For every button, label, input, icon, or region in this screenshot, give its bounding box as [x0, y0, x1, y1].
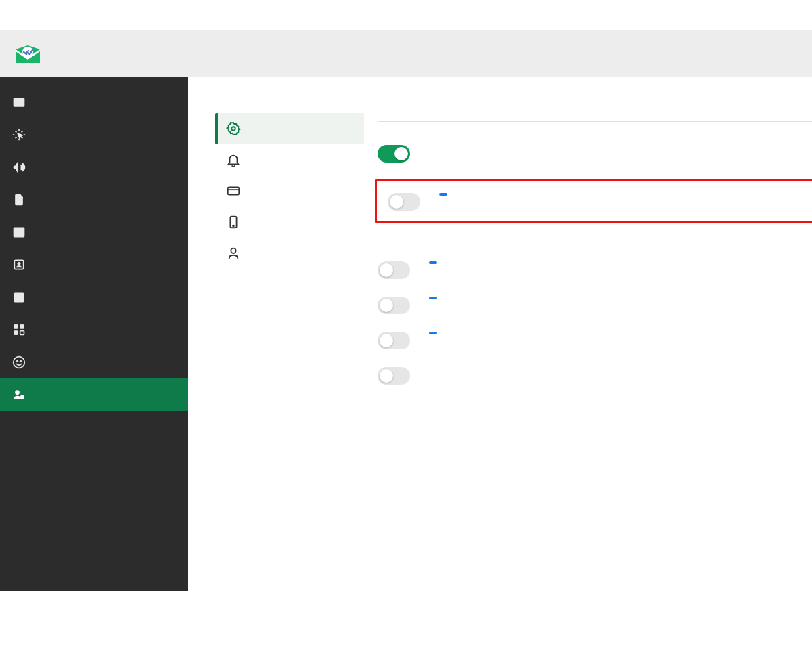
integrations-icon — [12, 323, 26, 337]
sidebar — [0, 77, 188, 591]
svg-rect-6 — [14, 325, 18, 329]
svg-rect-16 — [228, 188, 240, 195]
team-icon — [12, 355, 26, 369]
svg-rect-9 — [20, 331, 24, 335]
toggle-remove-signature[interactable] — [378, 261, 410, 279]
envelope-icon — [12, 95, 26, 109]
sidebar-item-campaigns[interactable] — [0, 151, 188, 183]
svg-point-18 — [233, 225, 234, 227]
svg-point-12 — [20, 360, 22, 362]
sidebar-item-templates[interactable] — [0, 281, 188, 313]
settings-panel — [378, 113, 812, 402]
setting-title — [424, 297, 812, 299]
pro-badge — [429, 261, 437, 264]
pro-badge — [429, 297, 437, 299]
settings-sub-nav — [215, 113, 364, 269]
toggle-full-history[interactable] — [378, 297, 410, 314]
brand-logo[interactable] — [14, 45, 798, 64]
svg-rect-8 — [14, 331, 18, 335]
setting-incoming-indicator — [378, 367, 812, 385]
top-strip — [0, 0, 812, 30]
pro-badge — [439, 193, 447, 196]
header — [0, 30, 812, 77]
megaphone-icon — [12, 160, 26, 174]
sidebar-item-integrations[interactable] — [0, 313, 188, 346]
template-icon — [12, 290, 26, 304]
sidebar-item-email-productivity[interactable] — [0, 216, 188, 248]
sidebar-item-account-settings[interactable] — [0, 378, 188, 411]
sub-nav-account[interactable] — [215, 238, 364, 269]
svg-point-4 — [18, 262, 20, 265]
toggle-track-clicks[interactable] — [388, 193, 420, 211]
setting-remove-signature — [378, 261, 812, 279]
toggle-activity-dashboard[interactable] — [378, 332, 410, 349]
svg-rect-5 — [14, 292, 23, 301]
gear-icon — [226, 121, 241, 136]
person-icon — [226, 246, 241, 261]
sub-nav-notifications[interactable] — [215, 144, 364, 175]
contacts-icon — [12, 258, 26, 272]
toggle-track-emails[interactable] — [378, 145, 410, 162]
main-content — [188, 77, 812, 591]
chart-icon — [12, 225, 26, 239]
setting-title — [434, 193, 802, 196]
card-icon — [226, 183, 241, 198]
account-settings-icon — [12, 388, 26, 402]
sidebar-item-documents[interactable] — [0, 183, 188, 216]
sub-nav-subscription[interactable] — [215, 175, 364, 207]
click-icon — [12, 128, 26, 142]
svg-rect-7 — [20, 325, 24, 329]
sidebar-item-email-tracking[interactable] — [0, 86, 188, 118]
sidebar-item-contacts[interactable] — [0, 248, 188, 281]
panel-title — [378, 113, 812, 122]
document-icon — [12, 193, 26, 207]
sub-nav-mobile[interactable] — [215, 207, 364, 238]
sidebar-item-team[interactable] — [0, 346, 188, 378]
svg-point-19 — [231, 248, 235, 253]
svg-point-13 — [16, 391, 19, 394]
svg-point-15 — [231, 127, 235, 131]
setting-activity-dashboard — [378, 332, 812, 349]
setting-track-clicks — [375, 179, 812, 223]
pro-badge — [429, 332, 437, 334]
svg-point-10 — [14, 357, 25, 368]
setting-track-emails — [378, 145, 812, 162]
setting-full-history — [378, 297, 812, 314]
bell-icon — [226, 152, 241, 167]
mobile-icon — [226, 215, 241, 230]
logo-mark-icon — [14, 45, 42, 64]
setting-title — [424, 261, 812, 264]
sub-nav-settings[interactable] — [215, 113, 364, 144]
toggle-incoming-indicator[interactable] — [378, 367, 410, 385]
setting-title — [424, 332, 812, 334]
svg-point-11 — [16, 360, 18, 362]
sidebar-item-click-report[interactable] — [0, 118, 188, 151]
